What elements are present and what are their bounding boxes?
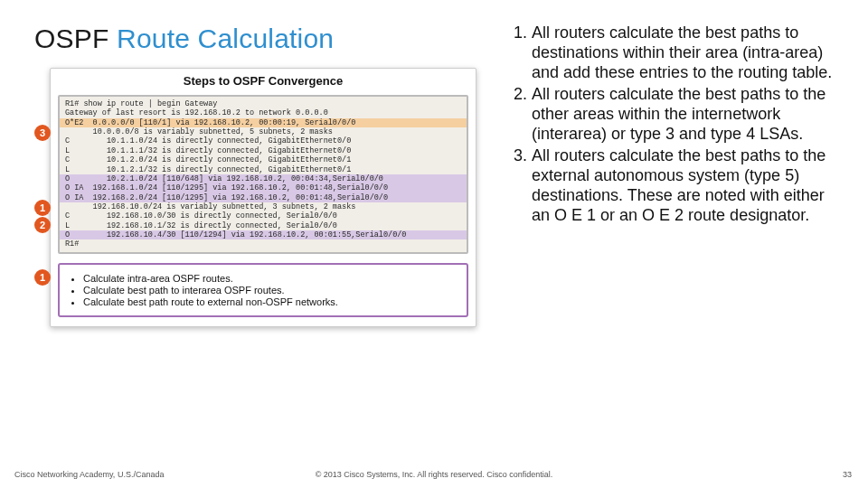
steps-ol: All routers calculate the best paths to … bbox=[506, 23, 841, 226]
terminal-line: L 10.1.1.1/32 is directly connected, Gig… bbox=[60, 146, 467, 155]
bullet-item: Calculate intra-area OSPF routes. bbox=[83, 273, 458, 284]
title-dark: OSPF bbox=[34, 23, 117, 53]
step-badge: 2 bbox=[34, 217, 51, 233]
bullet-item: Calculate best path route to external no… bbox=[83, 296, 458, 307]
footer-mid: © 2013 Cisco Systems, Inc. All rights re… bbox=[0, 470, 868, 479]
bullet-item: Calculate best path to interarea OSPF ro… bbox=[83, 285, 458, 296]
terminal-line: R1# show ip route | begin Gateway bbox=[60, 99, 467, 108]
slide-title: OSPF Route Calculation bbox=[34, 23, 334, 54]
terminal-line: O*E2 0.0.0.0/0 [110/1] via 192.168.10.2,… bbox=[60, 118, 467, 127]
terminal-line: L 10.1.2.1/32 is directly connected, Gig… bbox=[60, 165, 467, 174]
step-item: All routers calculate the best paths to … bbox=[532, 23, 841, 83]
terminal-line: O 10.2.1.0/24 [110/648] via 192.168.10.2… bbox=[60, 174, 467, 183]
terminal-line: C 10.1.1.0/24 is directly connected, Gig… bbox=[60, 136, 467, 145]
terminal-line: O IA 192.168.1.0/24 [110/1295] via 192.1… bbox=[60, 183, 467, 192]
slide: OSPF Route Calculation Steps to OSPF Con… bbox=[0, 0, 868, 488]
terminal-line: Gateway of last resort is 192.168.10.2 t… bbox=[60, 108, 467, 117]
footer-right: 33 bbox=[843, 470, 852, 479]
step-badge: 1 bbox=[34, 269, 51, 286]
title-blue: Route Calculation bbox=[117, 23, 334, 53]
terminal-line: L 192.168.10.1/32 is directly connected,… bbox=[60, 221, 467, 230]
steps-list: All routers calculate the best paths to … bbox=[506, 23, 841, 228]
bullets-list: Calculate intra-area OSPF routes.Calcula… bbox=[69, 273, 458, 307]
terminal-line: C 192.168.10.0/30 is directly connected,… bbox=[60, 211, 467, 221]
terminal-line: O IA 192.168.2.0/24 [110/1295] via 192.1… bbox=[60, 193, 467, 202]
terminal-output: R1# show ip route | begin GatewayGateway… bbox=[58, 95, 468, 254]
terminal-line: C 10.1.2.0/24 is directly connected, Gig… bbox=[60, 155, 467, 164]
terminal-line: 192.168.10.0/24 is variably subnetted, 3… bbox=[60, 202, 467, 211]
panel-header: Steps to OSPF Convergence bbox=[51, 69, 476, 95]
step-item: All routers calculate the best paths to … bbox=[532, 146, 841, 226]
bullets-box: Calculate intra-area OSPF routes.Calcula… bbox=[58, 263, 468, 317]
content-panel: Steps to OSPF Convergence R1# show ip ro… bbox=[50, 68, 476, 327]
terminal-line: R1# bbox=[60, 239, 467, 249]
step-badge: 1 bbox=[34, 200, 51, 216]
terminal-line: 10.0.0.0/8 is variably subnetted, 5 subn… bbox=[60, 127, 467, 136]
terminal-line: O 192.168.10.4/30 [110/1294] via 192.168… bbox=[60, 230, 467, 239]
step-badge: 3 bbox=[34, 125, 51, 141]
step-item: All routers calculate the best paths to … bbox=[532, 85, 841, 145]
